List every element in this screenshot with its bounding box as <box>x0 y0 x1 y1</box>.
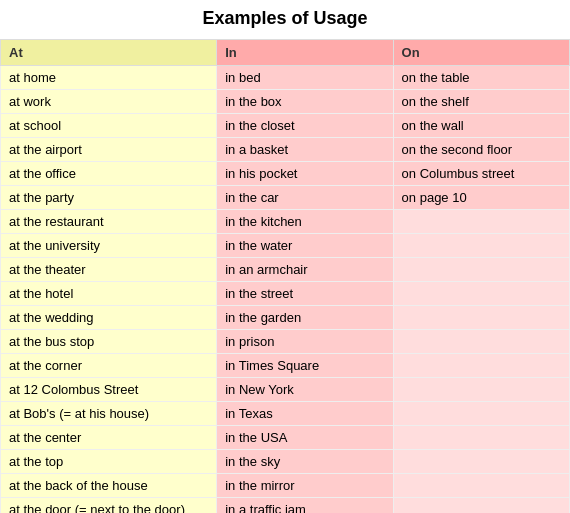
cell-at: at the back of the house <box>1 474 217 498</box>
cell-in: in Times Square <box>217 354 393 378</box>
cell-in: in prison <box>217 330 393 354</box>
cell-at: at the door (= next to the door) <box>1 498 217 514</box>
table-row: at Bob's (= at his house)in Texas <box>1 402 570 426</box>
table-row: at the universityin the water <box>1 234 570 258</box>
table-row: at the partyin the caron page 10 <box>1 186 570 210</box>
cell-in: in the car <box>217 186 393 210</box>
table-row: at the theaterin an armchair <box>1 258 570 282</box>
usage-table: At In On at homein bedon the tableat wor… <box>0 39 570 513</box>
cell-on <box>393 306 569 330</box>
cell-on <box>393 474 569 498</box>
cell-in: in an armchair <box>217 258 393 282</box>
cell-at: at the wedding <box>1 306 217 330</box>
cell-in: in New York <box>217 378 393 402</box>
cell-at: at home <box>1 66 217 90</box>
cell-on <box>393 498 569 514</box>
cell-in: in Texas <box>217 402 393 426</box>
cell-on <box>393 210 569 234</box>
cell-at: at 12 Colombus Street <box>1 378 217 402</box>
cell-in: in the street <box>217 282 393 306</box>
cell-on <box>393 354 569 378</box>
cell-on: on the shelf <box>393 90 569 114</box>
cell-on <box>393 234 569 258</box>
cell-at: at the airport <box>1 138 217 162</box>
cell-on: on the second floor <box>393 138 569 162</box>
page-title: Examples of Usage <box>0 0 570 39</box>
cell-on: on the wall <box>393 114 569 138</box>
table-row: at the hotelin the street <box>1 282 570 306</box>
cell-in: in the box <box>217 90 393 114</box>
cell-in: in the USA <box>217 426 393 450</box>
table-row: at the back of the housein the mirror <box>1 474 570 498</box>
table-row: at 12 Colombus Streetin New York <box>1 378 570 402</box>
header-in: In <box>217 40 393 66</box>
cell-in: in a traffic jam <box>217 498 393 514</box>
header-at: At <box>1 40 217 66</box>
table-row: at the weddingin the garden <box>1 306 570 330</box>
cell-on <box>393 450 569 474</box>
cell-in: in the water <box>217 234 393 258</box>
table-row: at workin the boxon the shelf <box>1 90 570 114</box>
cell-at: at Bob's (= at his house) <box>1 402 217 426</box>
cell-on <box>393 402 569 426</box>
cell-at: at the restaurant <box>1 210 217 234</box>
table-row: at the restaurantin the kitchen <box>1 210 570 234</box>
cell-on <box>393 330 569 354</box>
cell-in: in his pocket <box>217 162 393 186</box>
cell-in: in the mirror <box>217 474 393 498</box>
cell-in: in a basket <box>217 138 393 162</box>
table-row: at the officein his pocketon Columbus st… <box>1 162 570 186</box>
table-row: at schoolin the closeton the wall <box>1 114 570 138</box>
cell-at: at the office <box>1 162 217 186</box>
cell-on: on the table <box>393 66 569 90</box>
table-row: at the bus stopin prison <box>1 330 570 354</box>
cell-at: at the theater <box>1 258 217 282</box>
cell-at: at the corner <box>1 354 217 378</box>
table-row: at the cornerin Times Square <box>1 354 570 378</box>
cell-at: at work <box>1 90 217 114</box>
table-row: at the door (= next to the door)in a tra… <box>1 498 570 514</box>
table-row: at homein bedon the table <box>1 66 570 90</box>
cell-at: at the hotel <box>1 282 217 306</box>
cell-at: at the bus stop <box>1 330 217 354</box>
cell-on <box>393 282 569 306</box>
cell-on <box>393 258 569 282</box>
table-row: at the airportin a basketon the second f… <box>1 138 570 162</box>
cell-on <box>393 378 569 402</box>
cell-on: on Columbus street <box>393 162 569 186</box>
cell-in: in bed <box>217 66 393 90</box>
cell-in: in the sky <box>217 450 393 474</box>
cell-at: at the party <box>1 186 217 210</box>
cell-in: in the closet <box>217 114 393 138</box>
cell-in: in the kitchen <box>217 210 393 234</box>
cell-at: at school <box>1 114 217 138</box>
cell-on <box>393 426 569 450</box>
cell-in: in the garden <box>217 306 393 330</box>
cell-on: on page 10 <box>393 186 569 210</box>
table-row: at the centerin the USA <box>1 426 570 450</box>
cell-at: at the university <box>1 234 217 258</box>
cell-at: at the center <box>1 426 217 450</box>
cell-at: at the top <box>1 450 217 474</box>
table-row: at the topin the sky <box>1 450 570 474</box>
header-on: On <box>393 40 569 66</box>
